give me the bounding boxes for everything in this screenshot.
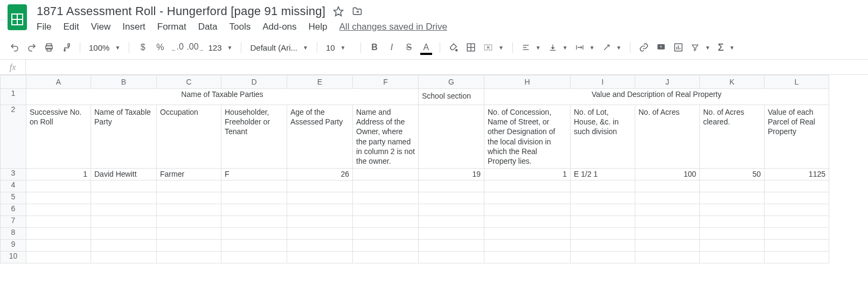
cell-A9[interactable] xyxy=(26,240,91,252)
cell-D8[interactable] xyxy=(221,228,287,240)
col-header-C[interactable]: C xyxy=(157,75,221,89)
col-header-K[interactable]: K xyxy=(700,75,765,89)
col-header-A[interactable]: A xyxy=(26,75,91,89)
redo-button[interactable] xyxy=(24,40,40,55)
insert-link-button[interactable] xyxy=(636,40,652,55)
cell-B3[interactable]: David Hewitt xyxy=(91,169,157,180)
cell-J8[interactable] xyxy=(635,228,700,240)
insert-chart-button[interactable] xyxy=(670,40,686,55)
cell-E5[interactable] xyxy=(287,192,353,204)
cell-C3[interactable]: Farmer xyxy=(157,169,221,180)
row-header-6[interactable]: 6 xyxy=(1,204,26,216)
cell-E2[interactable]: Age of the Assessed Party xyxy=(287,105,353,169)
bold-button[interactable]: B xyxy=(366,40,383,55)
col-header-G[interactable]: G xyxy=(419,75,484,89)
cell-A5[interactable] xyxy=(26,192,91,204)
cell-H7[interactable] xyxy=(484,216,571,228)
cell-G1[interactable]: School section xyxy=(419,89,484,105)
cell-E10[interactable] xyxy=(287,252,353,263)
menu-format[interactable]: Format xyxy=(157,22,186,32)
menu-help[interactable]: Help xyxy=(309,22,328,32)
cell-G2[interactable] xyxy=(419,105,484,169)
cell-F2[interactable]: Name and Address of the Owner, where the… xyxy=(353,105,419,169)
col-header-L[interactable]: L xyxy=(765,75,829,89)
cell-H8[interactable] xyxy=(484,228,571,240)
cell-D4[interactable] xyxy=(221,180,287,192)
cell-F6[interactable] xyxy=(353,204,419,216)
cell-D2[interactable]: Householder, Freeholder or Tenant xyxy=(221,105,287,169)
row-header-7[interactable]: 7 xyxy=(1,216,26,228)
cell-J4[interactable] xyxy=(635,180,700,192)
cell-D3[interactable]: F xyxy=(221,169,287,180)
col-header-E[interactable]: E xyxy=(287,75,353,89)
menu-data[interactable]: Data xyxy=(198,22,218,32)
col-header-F[interactable]: F xyxy=(353,75,419,89)
cell-H3[interactable]: 1 xyxy=(484,169,571,180)
col-header-I[interactable]: I xyxy=(571,75,635,89)
cell-A6[interactable] xyxy=(26,204,91,216)
move-folder-icon[interactable] xyxy=(351,6,363,17)
cell-K7[interactable] xyxy=(700,216,765,228)
cell-F10[interactable] xyxy=(353,252,419,263)
formula-input[interactable] xyxy=(26,60,868,74)
cell-B9[interactable] xyxy=(91,240,157,252)
cell-J6[interactable] xyxy=(635,204,700,216)
filter-button[interactable]: ▼ xyxy=(688,43,713,52)
increase-decimal-button[interactable]: .00→ xyxy=(186,40,204,55)
col-header-D[interactable]: D xyxy=(221,75,287,89)
menu-file[interactable]: File xyxy=(37,22,51,32)
cell-K10[interactable] xyxy=(700,252,765,263)
row-header-4[interactable]: 4 xyxy=(1,180,26,192)
select-all-corner[interactable] xyxy=(1,75,26,89)
cell-K3[interactable]: 50 xyxy=(700,169,765,180)
cell-D7[interactable] xyxy=(221,216,287,228)
document-title[interactable]: 1871 Assessment Roll - Hungerford [page … xyxy=(37,4,325,18)
cell-D9[interactable] xyxy=(221,240,287,252)
cell-E8[interactable] xyxy=(287,228,353,240)
row-header-9[interactable]: 9 xyxy=(1,240,26,252)
text-color-button[interactable]: A xyxy=(418,40,434,55)
row-header-5[interactable]: 5 xyxy=(1,192,26,204)
cell-I2[interactable]: No. of Lot, House, &c. in such division xyxy=(571,105,635,169)
rotate-button[interactable]: ▼ xyxy=(599,43,625,52)
cell-D5[interactable] xyxy=(221,192,287,204)
cell-B10[interactable] xyxy=(91,252,157,263)
cell-K4[interactable] xyxy=(700,180,765,192)
cell-I5[interactable] xyxy=(571,192,635,204)
cell-H6[interactable] xyxy=(484,204,571,216)
cell-L10[interactable] xyxy=(765,252,829,263)
sheets-logo[interactable] xyxy=(6,4,28,30)
cell-H9[interactable] xyxy=(484,240,571,252)
cell-C8[interactable] xyxy=(157,228,221,240)
cell-B5[interactable] xyxy=(91,192,157,204)
row-header-1[interactable]: 1 xyxy=(1,89,26,105)
cell-J7[interactable] xyxy=(635,216,700,228)
cell-I6[interactable] xyxy=(571,204,635,216)
cell-F8[interactable] xyxy=(353,228,419,240)
row-header-2[interactable]: 2 xyxy=(1,105,26,169)
cell-C9[interactable] xyxy=(157,240,221,252)
cell-B2[interactable]: Name of Taxable Party xyxy=(91,105,157,169)
cell-G5[interactable] xyxy=(419,192,484,204)
decrease-decimal-button[interactable]: ←.0 xyxy=(169,40,185,55)
borders-button[interactable] xyxy=(463,40,479,55)
cell-A4[interactable] xyxy=(26,180,91,192)
cell-A7[interactable] xyxy=(26,216,91,228)
cell-F5[interactable] xyxy=(353,192,419,204)
star-icon[interactable] xyxy=(333,6,344,17)
undo-button[interactable] xyxy=(6,40,23,55)
cell-A2[interactable]: Successive No. on Roll xyxy=(26,105,91,169)
cell-D10[interactable] xyxy=(221,252,287,263)
font-select[interactable]: Default (Ari...▼ xyxy=(247,43,311,52)
cell-E3[interactable]: 26 xyxy=(287,169,353,180)
cell-C2[interactable]: Occupation xyxy=(157,105,221,169)
cell-A3[interactable]: 1 xyxy=(26,169,91,180)
cell-I4[interactable] xyxy=(571,180,635,192)
cell-K8[interactable] xyxy=(700,228,765,240)
cell-A1-F1[interactable]: Name of Taxable Parties xyxy=(26,89,419,105)
cell-C7[interactable] xyxy=(157,216,221,228)
valign-button[interactable]: ▼ xyxy=(545,43,571,52)
italic-button[interactable]: I xyxy=(384,40,400,55)
cell-J9[interactable] xyxy=(635,240,700,252)
cell-B8[interactable] xyxy=(91,228,157,240)
